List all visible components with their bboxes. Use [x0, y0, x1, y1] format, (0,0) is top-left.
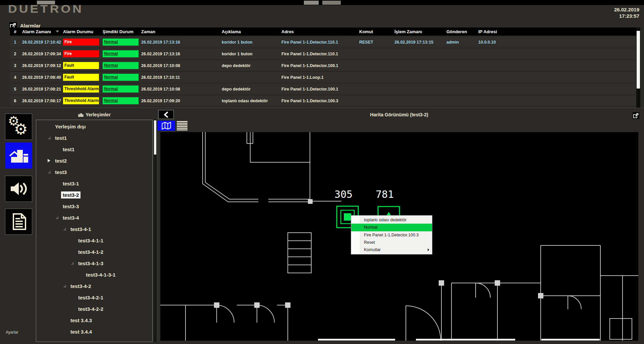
column-header[interactable]: Şimdiki Durum	[101, 29, 139, 34]
sort-descending-icon[interactable]	[56, 31, 59, 33]
collapse-arrow-icon[interactable]	[48, 171, 51, 174]
status-badge: Normal	[103, 97, 139, 104]
tree-item[interactable]: test 3.4.3	[36, 314, 152, 326]
column-header[interactable]: Zaman	[139, 29, 220, 34]
tree-item-label: test3-4-1-3-1	[84, 271, 117, 278]
column-header[interactable]: Alarm Durumu	[61, 29, 101, 34]
column-header[interactable]: Adres	[279, 29, 357, 34]
tree-item[interactable]: test 3.4.4	[36, 326, 152, 337]
gears-icon: ⚙ ⚙	[8, 116, 30, 137]
map-back-button[interactable]	[158, 110, 174, 119]
scrollbar-thumb[interactable]	[154, 120, 156, 155]
table-cell: 4	[10, 75, 20, 80]
alarm-table-scrollbar[interactable]	[636, 27, 640, 108]
tree-item[interactable]: test3-3	[36, 200, 152, 212]
tree-item[interactable]: test3-4-2-1	[36, 292, 152, 303]
collapse-arrow-icon[interactable]	[55, 216, 58, 219]
collapse-arrow-icon[interactable]	[48, 136, 51, 139]
tree-item[interactable]: test3-4-2	[36, 280, 152, 292]
expand-arrow-icon[interactable]	[48, 159, 50, 162]
window-grip[interactable]	[322, 1, 341, 5]
tree-item[interactable]: test3-4-1-3	[36, 257, 152, 269]
context-menu-item[interactable]: Komutlar	[351, 246, 432, 253]
context-menu-item[interactable]: Normal	[351, 224, 432, 231]
status-badge: Normal	[103, 50, 139, 57]
tree-item[interactable]: test3-4-1-1	[36, 235, 152, 246]
table-cell: depo dedektör	[220, 63, 279, 68]
alarm-table: #Alarm ZamanıAlarm DurumuŞimdiki DurumZa…	[10, 27, 636, 108]
tree-item[interactable]: test3-4-1-3-1	[36, 269, 152, 280]
collapse-arrow-icon[interactable]	[71, 262, 74, 265]
column-header[interactable]: IP Adresi	[476, 29, 524, 34]
table-cell: 26.02.2019 17:13:16	[139, 52, 220, 56]
context-menu-item[interactable]: Reset	[351, 239, 432, 246]
status-cell: Normal	[101, 97, 139, 104]
table-cell: 6	[10, 99, 20, 103]
alarm-table-header[interactable]: #Alarm ZamanıAlarm DurumuŞimdiki DurumZa…	[10, 27, 636, 37]
column-header[interactable]: Alarm Zamanı	[20, 29, 61, 34]
settings-footer-label[interactable]: Ayarlar	[6, 330, 18, 335]
list-icon	[177, 121, 187, 122]
tree-item-label: test3-4-1-1	[76, 237, 105, 244]
tree-item[interactable]: test3-1	[36, 178, 152, 189]
column-header[interactable]: İşlem Zamanı	[392, 29, 444, 34]
map-popout-icon[interactable]	[633, 112, 639, 119]
sidebar-button-settings[interactable]: ⚙ ⚙	[5, 114, 32, 140]
table-cell: Fire Panel 1-1.Detector.110.1	[279, 40, 357, 45]
table-cell: 26.02.2019 17:09:12	[20, 63, 61, 68]
tree-item-label: test3-4-1-3	[76, 260, 105, 267]
sidebar-button-layouts[interactable]	[5, 142, 32, 169]
tree-item-label: test2	[53, 157, 68, 164]
column-header[interactable]: Gönderen	[444, 29, 476, 34]
tree-scrollbar[interactable]	[154, 120, 157, 342]
map-panel-border	[158, 109, 158, 342]
table-cell: Fire Panel 1-1.Loop.1	[279, 75, 357, 80]
tree-item[interactable]: test3-2	[36, 189, 152, 200]
table-cell: 2	[10, 52, 20, 56]
tree-item-label: test3-2	[61, 191, 80, 198]
sidebar-button-reports[interactable]	[5, 209, 32, 235]
column-header[interactable]: #	[10, 29, 20, 34]
tree-item[interactable]: test3-4-1	[36, 223, 152, 235]
tree-item[interactable]: test2	[36, 155, 152, 166]
list-view-toggle[interactable]	[177, 121, 187, 131]
column-header[interactable]: Açıklama	[220, 29, 279, 34]
alarm-row[interactable]: 626.02.2019 17:08:17Threshhold AlarmNorm…	[10, 95, 636, 107]
tree-item-label: test1	[61, 146, 76, 153]
collapse-arrow-icon[interactable]	[63, 228, 66, 231]
sidebar-button-sound[interactable]	[5, 176, 32, 202]
tree-item[interactable]: test3-4-1-2	[36, 246, 152, 257]
scrollbar-thumb[interactable]	[637, 31, 640, 89]
alarm-row[interactable]: 226.02.2019 17:09:34FireNormal26.02.2019…	[10, 48, 636, 60]
tree-item-label: test3-1	[61, 180, 80, 187]
alarm-row[interactable]: 526.02.2019 17:08:21Threshhold AlarmNorm…	[10, 83, 636, 95]
tree-item-label: test3-3	[61, 203, 80, 210]
tree-item[interactable]: test3-4	[36, 212, 152, 223]
table-cell: 26.02.2019 17:10:08	[139, 87, 220, 92]
status-badge: Normal	[103, 74, 139, 81]
tree-item[interactable]: test1	[36, 144, 152, 155]
map-view-toggle[interactable]	[158, 121, 175, 131]
status-badge: Normal	[103, 62, 139, 69]
status-cell: Fire	[61, 39, 101, 46]
window-grip[interactable]	[304, 1, 319, 5]
tree-item[interactable]: Yerleşim dışı	[36, 121, 152, 132]
alarm-row[interactable]: 126.02.2019 17:10:42FireNormal26.02.2019…	[10, 37, 636, 48]
context-menu-item[interactable]: Fire Panel 1-1.Detector.100.3	[351, 231, 432, 239]
collapse-arrow-icon[interactable]	[63, 285, 66, 288]
alarm-row[interactable]: 326.02.2019 17:09:12FaultNormal26.02.201…	[10, 60, 636, 72]
buildings-icon	[8, 146, 30, 165]
buildings-small-icon	[78, 112, 84, 117]
tree-item[interactable]: test3-4-2-2	[36, 303, 152, 314]
status-badge: Threshhold Alarm	[63, 97, 99, 104]
context-menu-item[interactable]: toplantı odası dedektör	[351, 216, 432, 224]
tree-item-label: test3-4	[61, 214, 80, 221]
tree-item-label: test3-4-2-2	[76, 305, 105, 312]
tree-item[interactable]: test 3.4.5	[36, 337, 152, 342]
column-header[interactable]: Komut	[357, 29, 392, 34]
tree-item[interactable]: test1	[36, 132, 152, 144]
status-cell: Threshhold Alarm	[61, 97, 101, 104]
tree-item[interactable]: test3	[36, 166, 152, 178]
alarm-row[interactable]: 426.02.2019 17:08:40FaultNormal26.02.201…	[10, 72, 636, 83]
table-cell: 26.02.2019 17:10:42	[20, 40, 61, 45]
